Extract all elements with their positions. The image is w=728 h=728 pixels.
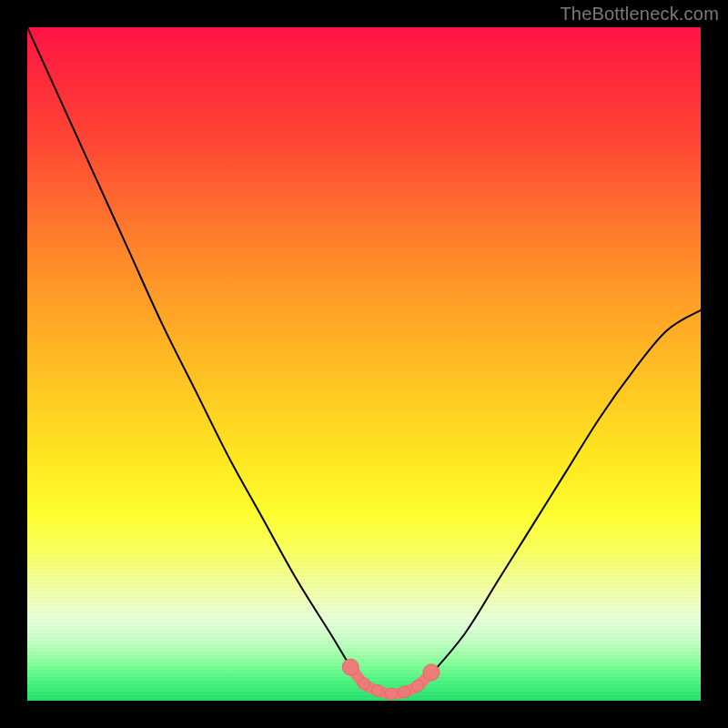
chart-svg [27, 27, 701, 701]
sweet-spot-marker [423, 664, 440, 681]
sweet-spot-marker [399, 686, 410, 698]
sweet-spot-marker [412, 680, 424, 692]
sweet-spot-marker [385, 688, 397, 700]
bottleneck-curve [27, 27, 701, 695]
sweet-spot-marker [342, 659, 359, 675]
sweet-spot-markers [342, 659, 440, 700]
attribution-text: TheBottleneck.com [560, 4, 719, 25]
sweet-spot-marker [371, 684, 383, 696]
plot-area [27, 27, 701, 701]
sweet-spot-marker [359, 678, 370, 690]
chart-frame: TheBottleneck.com [0, 0, 728, 728]
